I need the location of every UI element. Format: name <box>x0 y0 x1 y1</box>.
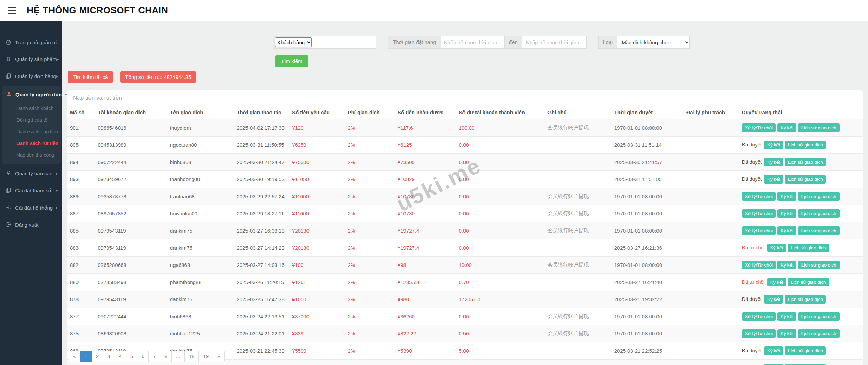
cell-name: thuydiem <box>167 119 234 137</box>
sign-button[interactable]: Ký kết <box>777 123 797 132</box>
customer-search-input[interactable] <box>312 36 376 48</box>
transaction-history-button[interactable]: Lịch sử giao dịch <box>788 278 829 286</box>
cell-id: 895 <box>67 137 95 154</box>
sign-button[interactable]: Ký kết <box>764 364 783 365</box>
cell-op_time: 2025-03-30 21:24:47 <box>234 154 289 171</box>
page-«[interactable]: « <box>69 351 80 362</box>
sign-button[interactable]: Ký kết <box>777 209 797 218</box>
transaction-history-button[interactable]: Lịch sử giao dịch <box>798 312 839 321</box>
sign-button[interactable]: Ký kết <box>764 346 783 355</box>
transaction-history-button[interactable]: Lịch sử giao dịch <box>798 123 839 132</box>
process-reject-button[interactable]: Xử lý/Từ chối <box>742 312 776 321</box>
page-18[interactable]: 18 <box>184 351 199 362</box>
sidebar-item-params[interactable]: Cài đặt tham số▸ <box>0 182 62 199</box>
cell-received: ¥5390 <box>395 342 456 360</box>
sign-button[interactable]: Ký kết <box>777 329 797 338</box>
status-text: Đã duyệt <box>742 142 762 148</box>
cell-note <box>545 171 612 188</box>
transaction-history-button[interactable]: Lịch sử giao dịch <box>798 261 839 269</box>
cell-op_time: 2025-03-29 22:57:24 <box>234 188 289 205</box>
transaction-history-button[interactable]: Lịch sử giao dịch <box>785 141 826 149</box>
search-all-button[interactable]: Tìm kiếm tất cả <box>68 71 113 83</box>
chevron-right-icon: ▸ <box>57 57 59 62</box>
transaction-history-button[interactable]: Lịch sử giao dịch <box>788 244 829 252</box>
menu-toggle-icon[interactable] <box>8 5 18 15</box>
sign-button[interactable]: Ký kết <box>777 226 797 235</box>
column-header: Tên giao dịch <box>167 106 234 119</box>
process-reject-button[interactable]: Xử lý/Từ chối <box>742 329 776 338</box>
sign-button[interactable]: Ký kết <box>764 295 783 304</box>
transaction-history-button[interactable]: Lịch sử giao dịch <box>798 329 839 338</box>
sidebar-item-users[interactable]: Quản lý người dùng▸ <box>2 86 61 103</box>
page-8[interactable]: 8 <box>160 351 172 362</box>
page-6[interactable]: 6 <box>137 351 149 362</box>
page-7[interactable]: 7 <box>148 351 160 362</box>
cell-actions: Xử lý/Từ chốiKý kếtLịch sử giao dịch <box>739 188 863 205</box>
sign-button[interactable]: Ký kết <box>777 312 797 321</box>
page-»[interactable]: » <box>213 351 225 362</box>
page-3[interactable]: 3 <box>103 351 114 362</box>
page-...[interactable]: ... <box>171 351 185 362</box>
sign-button[interactable]: Ký kết <box>764 141 783 149</box>
sidebar-subitem-customer-list[interactable]: Danh sách khách <box>2 103 61 114</box>
process-reject-button[interactable]: Xử lý/Từ chối <box>742 226 776 235</box>
transaction-history-button[interactable]: Lịch sử giao dịch <box>785 346 826 355</box>
logout-icon <box>4 222 12 228</box>
transaction-history-button[interactable]: Lịch sử giao dịch <box>798 192 839 201</box>
search-button[interactable]: Tìm kiếm <box>275 55 308 67</box>
sidebar-item-logout[interactable]: Đăng xuất <box>0 216 62 233</box>
page-4[interactable]: 4 <box>114 351 126 362</box>
cell-name: dankim75 <box>167 222 234 239</box>
page-19[interactable]: 19 <box>198 351 213 362</box>
sidebar-item-orders[interactable]: Quản lý đơn hàng▸ <box>0 68 62 85</box>
sign-button[interactable]: Ký kết <box>777 261 797 269</box>
transaction-history-button[interactable]: Lịch sử giao dịch <box>785 364 826 365</box>
cell-op_time: 2025-03-25 16:47:38 <box>234 291 289 308</box>
cell-note: 会员银行账户提现 <box>545 119 612 137</box>
sidebar-subitem-my-team[interactable]: Đội ngũ của tôi <box>2 114 61 126</box>
page-1[interactable]: 1 <box>80 351 92 362</box>
cell-approve_time: 2025-03-31 11:51:14 <box>612 137 684 154</box>
cell-amount: ¥100 <box>289 257 345 274</box>
transaction-history-button[interactable]: Lịch sử giao dịch <box>798 226 839 235</box>
sidebar-subitem-manual-deposit[interactable]: Nạp tiền thủ công <box>2 149 61 161</box>
cell-actions: Đã duyệtKý kếtLịch sử giao dịch <box>739 171 863 188</box>
process-reject-button[interactable]: Xử lý/Từ chối <box>742 192 776 201</box>
cell-balance: 17205.00 <box>456 291 545 308</box>
cell-balance: 0.00 <box>456 360 545 365</box>
sign-button[interactable]: Ký kết <box>764 158 783 166</box>
transaction-history-button[interactable]: Lịch sử giao dịch <box>798 209 839 218</box>
cell-amount: ¥20130 <box>289 239 345 257</box>
sidebar-item-system[interactable]: Cài đặt hệ thống▸ <box>0 199 62 216</box>
transaction-history-button[interactable]: Lịch sử giao dịch <box>785 158 826 166</box>
cell-account: 0907222444 <box>95 308 167 325</box>
cell-amount: ¥1000 <box>289 291 345 308</box>
sign-button[interactable]: Ký kết <box>764 175 783 184</box>
process-reject-button[interactable]: Xử lý/Từ chối <box>742 209 776 218</box>
cell-agent <box>684 154 739 171</box>
sign-button[interactable]: Ký kết <box>767 278 786 286</box>
process-reject-button[interactable]: Xử lý/Từ chối <box>742 261 776 269</box>
cell-received: ¥10780 <box>395 188 456 205</box>
page-2[interactable]: 2 <box>92 351 103 362</box>
cell-id: 887 <box>67 205 95 222</box>
sidebar-subitem-withdrawal-list[interactable]: Danh sách rút tiền <box>2 138 61 149</box>
sidebar-item-products[interactable]: ɃQuản lý sản phẩm▸ <box>0 51 62 68</box>
cell-account: 0986546016 <box>95 119 167 137</box>
sign-button[interactable]: Ký kết <box>767 244 786 252</box>
transaction-history-button[interactable]: Lịch sử giao dịch <box>785 295 826 304</box>
total-withdrawal-badge[interactable]: Tổng số tiền rút: 4824944.35 <box>120 71 196 83</box>
type-select[interactable]: Mặc định không chọn <box>617 36 690 48</box>
customer-type-select[interactable]: Khách hàng <box>275 37 312 47</box>
date-to-input[interactable] <box>522 36 586 48</box>
sidebar-item-dashboard[interactable]: Trang chủ quản trị <box>0 34 62 51</box>
process-reject-button[interactable]: Xử lý/Từ chối <box>742 123 776 132</box>
page-5[interactable]: 5 <box>126 351 137 362</box>
sign-button[interactable]: Ký kết <box>777 192 797 201</box>
chevron-right-icon: ▸ <box>56 188 58 193</box>
sidebar-subitem-deposit-list[interactable]: Danh sách nạp tiền <box>2 126 61 138</box>
transaction-history-button[interactable]: Lịch sử giao dịch <box>785 175 826 184</box>
date-from-input[interactable] <box>441 36 504 48</box>
sidebar-item-reports[interactable]: ¥Quản lý báo cáo▸ <box>0 165 62 182</box>
transactions-table: Mã sốTài khoản giao dịchTên giao dịchThờ… <box>67 106 863 365</box>
